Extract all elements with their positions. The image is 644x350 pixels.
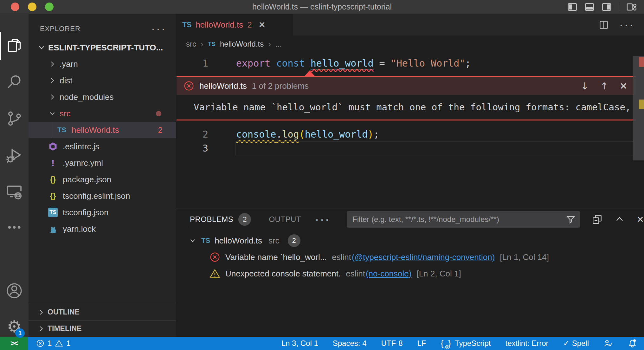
explorer-more-actions-icon[interactable]: ··· (151, 27, 166, 31)
status-eol[interactable]: LF (417, 339, 426, 348)
status-cursor-position[interactable]: Ln 3, Col 1 (281, 339, 318, 348)
explorer-icon[interactable] (0, 31, 29, 60)
problem-location: [Ln 1, Col 14] (500, 252, 549, 262)
problems-file-group[interactable]: TS helloWorld.ts src 2 (176, 232, 644, 249)
code-line-2[interactable]: 2 console.log(hello_world); (176, 127, 644, 141)
status-problems[interactable]: 1 1 (36, 339, 71, 348)
traffic-lights (11, 3, 54, 11)
tree-item-tsconfig-eslint-file[interactable]: {} tsconfig.eslint.json (29, 188, 176, 204)
sidebar-header: EXPLORER ··· (29, 14, 176, 39)
problem-row-warning[interactable]: Unexpected console statement. eslint (no… (176, 265, 644, 282)
customize-layout-icon[interactable] (626, 2, 637, 12)
panel-more-tabs-icon[interactable]: ··· (315, 217, 330, 222)
breadcrumb: src › TS helloWorld.ts › ... (176, 36, 644, 53)
feedback-person-icon[interactable] (603, 339, 613, 348)
tree-root-folder[interactable]: ESLINT-TYPESCRIPT-TUTO... (29, 39, 176, 56)
code-line-3-current[interactable]: 3 (176, 141, 644, 155)
code-token: hello_world (305, 129, 368, 140)
problem-message: Unexpected console statement. (225, 269, 341, 279)
chevron-right-icon (48, 76, 56, 85)
error-count: 1 (48, 339, 52, 348)
toggle-sidebar-left-icon[interactable] (567, 2, 577, 12)
remote-explorer-icon[interactable] (0, 178, 29, 207)
folder-label: .yarn (60, 59, 78, 69)
warning-count: 1 (66, 339, 70, 348)
tree-item-yarnrc-file[interactable]: ! .yarnrc.yml (29, 155, 176, 171)
close-window-button[interactable] (11, 3, 19, 11)
editor-scrollbar[interactable] (633, 53, 644, 209)
explorer-sidebar: EXPLORER ··· ESLINT-TYPESCRIPT-TUTO... .… (29, 14, 176, 337)
tab-problems[interactable]: PROBLEMS 2 (190, 209, 251, 230)
folder-label: node_modules (60, 92, 114, 102)
status-language-mode[interactable]: { } TypeScript (441, 339, 491, 348)
split-editor-icon[interactable] (598, 19, 609, 30)
file-label: package.json (63, 175, 111, 185)
search-icon[interactable] (0, 68, 29, 97)
close-panel-icon[interactable]: ✕ (637, 214, 644, 225)
tree-item-src-folder[interactable]: src (29, 105, 176, 122)
code-line-content: export const hello_world = "Hello World"… (236, 56, 471, 70)
json-file-icon: {} (48, 174, 58, 185)
outline-section-header[interactable]: OUTLINE (29, 304, 176, 320)
status-encoding[interactable]: UTF-8 (381, 339, 402, 348)
code-editor[interactable]: 1 export const hello_world = "Hello Worl… (176, 53, 644, 209)
tree-item-tsconfig-file[interactable]: TS tsconfig.json (29, 204, 176, 221)
problem-rule-link[interactable]: (no-console) (366, 269, 412, 279)
toggle-panel-icon[interactable] (584, 2, 595, 12)
problems-filter (347, 211, 580, 228)
next-problem-icon[interactable]: ↓ (581, 81, 589, 92)
tree-item-dist-folder[interactable]: dist (29, 72, 176, 89)
code-token-error: hello_world (311, 58, 374, 69)
run-debug-icon[interactable] (0, 141, 29, 170)
code-token: ; (374, 129, 379, 140)
chevron-right-icon (48, 60, 56, 68)
peek-body[interactable]: Variable name `hello_world` must match o… (177, 95, 636, 120)
tree-item-node-modules-folder[interactable]: node_modules (29, 89, 176, 105)
zoom-window-button[interactable] (45, 3, 54, 11)
collapse-all-icon[interactable] (592, 214, 602, 225)
editor-more-actions-icon[interactable]: ··· (619, 23, 634, 27)
toggle-sidebar-right-icon[interactable] (602, 2, 612, 12)
eslint-file-icon (48, 141, 58, 152)
tab-output[interactable]: OUTPUT (269, 215, 301, 224)
problems-filter-input[interactable] (347, 211, 580, 228)
status-textlint[interactable]: textlint: Error (505, 339, 548, 348)
breadcrumb-file[interactable]: helloWorld.ts (220, 40, 264, 49)
breadcrumb-symbol[interactable]: ... (275, 40, 282, 49)
panel-header: PROBLEMS 2 OUTPUT ··· (176, 209, 644, 230)
language-status-dot-icon (445, 345, 449, 349)
problem-row-error[interactable]: Variable name `hello_worl... eslint (@ty… (176, 249, 644, 265)
file-label: tsconfig.eslint.json (63, 191, 130, 201)
close-peek-icon[interactable]: ✕ (620, 81, 628, 92)
problem-location: [Ln 2, Col 1] (416, 269, 461, 279)
breadcrumb-folder[interactable]: src (186, 40, 196, 49)
tree-item-yarn-folder[interactable]: .yarn (29, 56, 176, 72)
more-views-icon[interactable] (0, 213, 29, 242)
source-control-icon[interactable] (0, 104, 29, 133)
tree-item-eslintrc-file[interactable]: .eslintrc.js (29, 138, 176, 155)
yml-file-icon: ! (48, 158, 58, 168)
settings-gear-icon[interactable]: ⚙ 1 (0, 312, 29, 341)
tab-close-icon[interactable]: ✕ (259, 20, 266, 29)
status-indentation[interactable]: Spaces: 4 (333, 339, 367, 348)
tree-item-yarn-lock-file[interactable]: yarn.lock (29, 221, 176, 237)
tree-item-helloworld-file-selected[interactable]: TS helloWorld.ts 2 (29, 122, 176, 138)
settings-badge: 1 (15, 328, 25, 338)
previous-problem-icon[interactable]: ↑ (600, 81, 608, 92)
file-label: .yarnrc.yml (63, 158, 103, 168)
status-spell-checker[interactable]: ✓ Spell (563, 339, 589, 348)
timeline-section-header[interactable]: TIMELINE (29, 320, 176, 337)
accounts-icon[interactable] (0, 276, 29, 305)
problem-rule-link[interactable]: (@typescript-eslint/naming-convention) (352, 252, 495, 262)
minimize-window-button[interactable] (28, 3, 36, 11)
filter-funnel-icon[interactable] (566, 214, 576, 224)
language-label: TypeScript (455, 339, 491, 348)
sidebar-title: EXPLORER (40, 25, 80, 33)
group-file-name: helloWorld.ts (215, 236, 262, 246)
notifications-bell-icon[interactable] (628, 339, 637, 348)
tab-helloworld[interactable]: TS helloWorld.ts 2 ✕ (176, 14, 293, 36)
tree-item-package-json-file[interactable]: {} package.json (29, 171, 176, 188)
code-line-1[interactable]: 1 export const hello_world = "Hello Worl… (176, 56, 644, 70)
maximize-panel-icon[interactable] (615, 214, 625, 224)
error-icon (36, 339, 44, 347)
